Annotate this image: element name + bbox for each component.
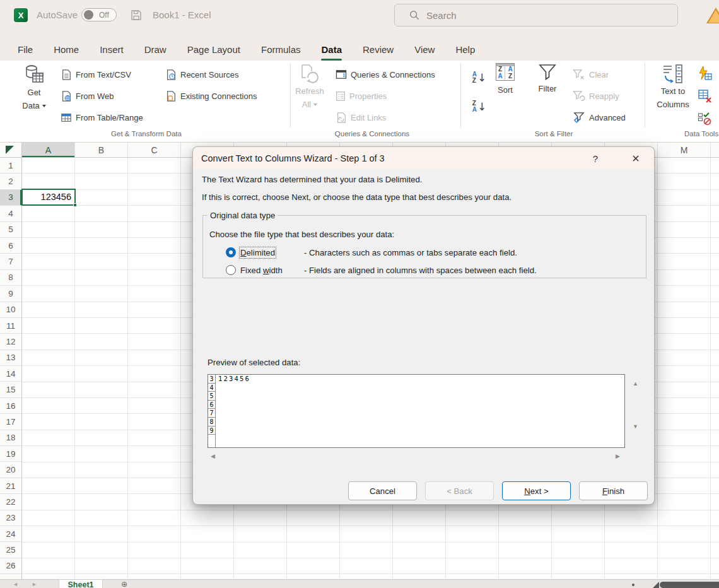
back-button[interactable]: < Back xyxy=(425,481,494,500)
from-web-button[interactable]: From Web xyxy=(61,88,114,103)
tab-file[interactable]: File xyxy=(18,38,33,61)
row-header-19[interactable]: 19 xyxy=(0,446,22,462)
row-header-4[interactable]: 4 xyxy=(0,206,22,221)
row-header-10[interactable]: 10 xyxy=(0,302,22,318)
row-header-6[interactable]: 6 xyxy=(0,238,22,254)
scrollbar-handle-dot[interactable] xyxy=(632,584,634,586)
sheet-nav-left-icon[interactable]: ◄ xyxy=(13,581,18,587)
filter-button[interactable]: Filter xyxy=(532,63,563,95)
row-header-26[interactable]: 26 xyxy=(0,558,22,574)
dialog-close-button[interactable]: ✕ xyxy=(623,147,648,170)
fill-handle[interactable] xyxy=(73,203,77,207)
group-label-queries-connections: Queries & Connections xyxy=(271,130,473,140)
row-header-9[interactable]: 9 xyxy=(0,286,22,302)
column-header-M[interactable]: M xyxy=(658,143,711,158)
row-header-25[interactable]: 25 xyxy=(0,542,22,558)
cancel-button[interactable]: Cancel xyxy=(348,481,417,500)
row-header-11[interactable]: 11 xyxy=(0,318,22,334)
next-button[interactable]: Next > xyxy=(502,481,571,500)
row-header-7[interactable]: 7 xyxy=(0,254,22,269)
row-header-17[interactable]: 17 xyxy=(0,414,22,430)
sheet-nav-right-icon[interactable]: ► xyxy=(32,581,37,587)
flash-fill-icon[interactable] xyxy=(698,66,713,81)
row-header-12[interactable]: 12 xyxy=(0,334,22,350)
tab-page-layout[interactable]: Page Layout xyxy=(187,38,240,61)
preview-scroll-down-icon[interactable]: ▼ xyxy=(633,423,638,430)
horizontal-scrollbar-thumb[interactable] xyxy=(660,582,719,588)
column-header-B[interactable]: B xyxy=(75,143,128,158)
add-sheet-icon[interactable]: ⊕ xyxy=(121,580,127,588)
tab-draw[interactable]: Draw xyxy=(144,38,167,61)
row-header-22[interactable]: 22 xyxy=(0,494,22,510)
advanced-filter-button[interactable]: Advanced xyxy=(573,110,626,125)
existing-connections-label: Existing Connections xyxy=(180,91,257,101)
column-header-N[interactable]: N xyxy=(711,143,719,158)
data-validation-icon[interactable] xyxy=(698,111,713,126)
refresh-all-button[interactable]: Refresh All xyxy=(291,63,328,111)
finish-button[interactable]: Finish xyxy=(579,481,648,500)
row-header-1[interactable]: 1 xyxy=(0,158,22,173)
preview-scroll-left-icon[interactable]: ◀ xyxy=(211,453,215,459)
row-header-24[interactable]: 24 xyxy=(0,526,22,542)
row-header-20[interactable]: 20 xyxy=(0,462,22,478)
reapply-filter-button[interactable]: Reapply xyxy=(573,88,619,103)
tab-formulas[interactable]: Formulas xyxy=(261,38,301,61)
row-header-16[interactable]: 16 xyxy=(0,398,22,414)
row-header-14[interactable]: 14 xyxy=(0,366,22,382)
selected-cell-a3[interactable]: 123456 xyxy=(21,189,76,206)
row-header-13[interactable]: 13 xyxy=(0,350,22,366)
row-header-8[interactable]: 8 xyxy=(0,270,22,286)
sort-ascending-button[interactable]: AZ ↓ xyxy=(468,64,491,91)
autosave-toggle[interactable]: Off xyxy=(81,8,117,21)
existing-connections-button[interactable]: Existing Connections xyxy=(165,88,257,103)
row-header-27[interactable]: 27 xyxy=(0,574,22,579)
row-header-21[interactable]: 21 xyxy=(0,478,22,494)
preview-row-number: 7 xyxy=(208,409,216,418)
filter-icon xyxy=(538,63,557,81)
tab-help[interactable]: Help xyxy=(455,38,475,61)
refresh-all-label-1: Refresh xyxy=(295,85,324,98)
row-header-2[interactable]: 2 xyxy=(0,173,22,189)
preview-scroll-right-icon[interactable]: ▶ xyxy=(616,453,620,459)
fixed-width-radio-label[interactable]: Fixed width xyxy=(240,266,283,275)
column-header-C[interactable]: C xyxy=(128,143,181,158)
fixed-width-radio[interactable] xyxy=(226,265,236,275)
row-header-5[interactable]: 5 xyxy=(0,222,22,238)
from-table-range-button[interactable]: From Table/Range xyxy=(61,110,143,125)
dialog-help-button[interactable]: ? xyxy=(583,147,608,170)
preview-scroll-up-icon[interactable]: ▲ xyxy=(633,380,638,387)
text-to-columns-button[interactable]: Text to Columns xyxy=(650,63,696,111)
remove-duplicates-icon[interactable] xyxy=(698,88,713,103)
get-data-button[interactable]: Get Data xyxy=(16,63,52,112)
delimited-radio-label[interactable]: Delimited xyxy=(240,248,275,257)
row-header-15[interactable]: 15 xyxy=(0,382,22,397)
search-placeholder: Search xyxy=(426,10,457,21)
sheet-tab-sheet1[interactable]: Sheet1 xyxy=(59,580,103,588)
tab-data[interactable]: Data xyxy=(321,38,342,61)
tab-view[interactable]: View xyxy=(414,38,435,61)
titlebar: X AutoSave Off Book1 - Excel Search xyxy=(0,0,719,38)
clear-filter-button[interactable]: Clear xyxy=(573,67,609,82)
excel-logo-icon[interactable]: X xyxy=(14,8,28,22)
delimited-radio[interactable] xyxy=(226,247,236,257)
properties-button[interactable]: Properties xyxy=(336,88,387,103)
tab-insert[interactable]: Insert xyxy=(100,38,124,61)
row-header-3[interactable]: 3 xyxy=(0,190,22,206)
tab-home[interactable]: Home xyxy=(54,38,79,61)
tab-review[interactable]: Review xyxy=(363,38,394,61)
row-header-18[interactable]: 18 xyxy=(0,430,22,446)
from-text-csv-button[interactable]: From Text/CSV xyxy=(61,67,131,82)
recent-sources-button[interactable]: Recent Sources xyxy=(165,67,239,82)
preview-box[interactable]: 3123456456789 xyxy=(208,374,625,448)
edit-links-button[interactable]: Edit Links xyxy=(336,110,386,125)
search-input[interactable]: Search xyxy=(394,4,678,26)
excel-logo-letter: X xyxy=(18,11,24,20)
queries-connections-button[interactable]: Queries & Connections xyxy=(336,67,435,82)
select-all-corner[interactable] xyxy=(0,143,22,158)
save-icon[interactable] xyxy=(130,9,143,21)
row-header-23[interactable]: 23 xyxy=(0,510,22,526)
column-header-A[interactable]: A xyxy=(22,143,75,158)
sort-button[interactable]: ZA AZ Sort xyxy=(491,63,520,97)
sort-descending-button[interactable]: ZA ↓ xyxy=(468,93,491,120)
existing-connections-icon xyxy=(165,90,177,102)
